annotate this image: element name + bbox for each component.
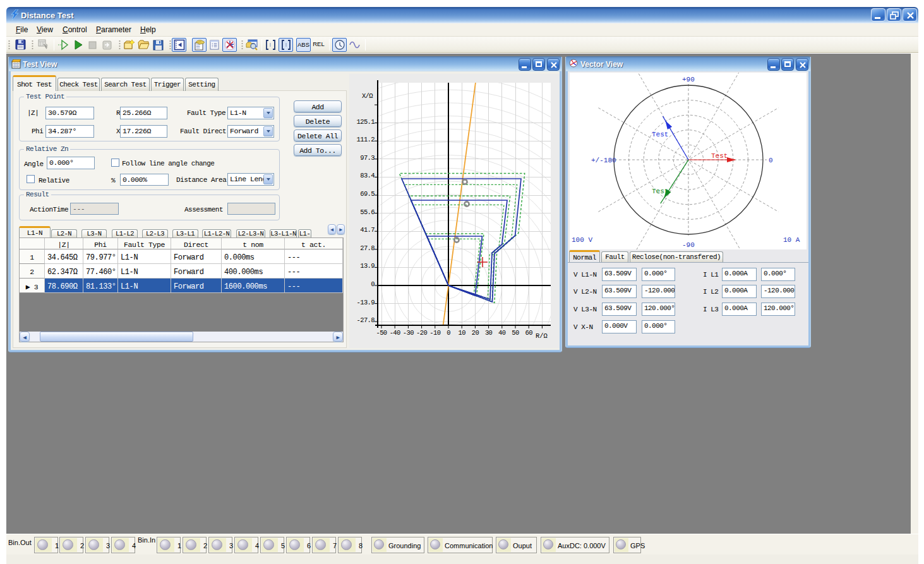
svg-text:100 V: 100 V — [572, 236, 592, 244]
svg-text:50: 50 — [512, 329, 519, 337]
svg-text:10 A: 10 A — [783, 236, 800, 244]
svg-text:83.4: 83.4 — [360, 172, 375, 179]
svg-text:0: 0 — [769, 157, 773, 164]
svg-text:Test: Test — [652, 188, 668, 195]
svg-text:97.3: 97.3 — [360, 154, 375, 162]
svg-text:30: 30 — [485, 329, 493, 337]
svg-text:55.6: 55.6 — [360, 208, 375, 216]
svg-text:-30: -30 — [403, 329, 414, 337]
svg-text:27.8: 27.8 — [360, 244, 375, 252]
svg-text:-10: -10 — [429, 329, 440, 337]
svg-text:69.5: 69.5 — [360, 190, 375, 198]
svg-text:0: 0 — [371, 280, 375, 288]
svg-text:125.1: 125.1 — [356, 118, 375, 126]
svg-text:-13.9: -13.9 — [356, 299, 375, 306]
svg-text:-90: -90 — [682, 241, 695, 249]
svg-text:+90: +90 — [682, 76, 695, 83]
svg-text:-27.8: -27.8 — [356, 316, 375, 324]
svg-text:40: 40 — [498, 329, 506, 337]
svg-text:13.9: 13.9 — [360, 262, 375, 270]
svg-text:10: 10 — [458, 329, 465, 337]
svg-text:20: 20 — [472, 329, 479, 337]
svg-text:-40: -40 — [390, 329, 400, 337]
svg-text:X/Ω: X/Ω — [362, 92, 373, 100]
svg-text:0: 0 — [447, 329, 450, 337]
svg-text:R/Ω: R/Ω — [536, 332, 548, 340]
svg-text:Test: Test — [711, 152, 728, 160]
svg-text:41.7: 41.7 — [360, 226, 375, 234]
svg-text:60: 60 — [525, 329, 532, 337]
svg-text:-50: -50 — [376, 329, 387, 337]
svg-text:111.2: 111.2 — [356, 136, 375, 143]
svg-text:+/-180: +/-180 — [591, 157, 616, 164]
svg-text:Test: Test — [652, 131, 668, 138]
svg-text:-20: -20 — [416, 329, 427, 337]
